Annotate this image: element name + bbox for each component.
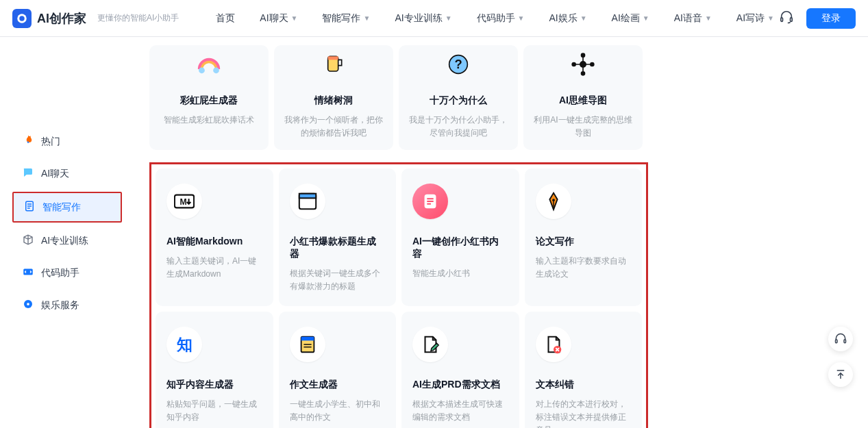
pen-nib-icon xyxy=(536,184,571,219)
nav-label: AI语音 xyxy=(674,12,702,25)
chevron-down-icon: ▼ xyxy=(705,14,712,22)
card-title: AI一键创作小红书内容 xyxy=(412,236,508,260)
nav-label: AI专业训练 xyxy=(395,12,442,25)
doc-error-icon xyxy=(536,327,571,362)
nav-label: 智能写作 xyxy=(322,12,360,25)
nav-entertain[interactable]: AI娱乐▼ xyxy=(549,12,586,25)
card-desc: 输入主题关键词，AI一键生成Markdown xyxy=(166,255,262,280)
fire-icon xyxy=(22,134,34,149)
nav-code-assist[interactable]: 代码助手▼ xyxy=(477,12,525,25)
login-button[interactable]: 登录 xyxy=(806,8,856,29)
sidebar-label: 热门 xyxy=(41,136,60,148)
card-emotion[interactable]: 情绪树洞 我将作为一个倾听者，把你的烦恼都告诉我吧 xyxy=(274,45,393,150)
card-prd[interactable]: AI生成PRD需求文档 根据文本描述生成可快速编辑的需求文档 xyxy=(401,312,519,428)
back-to-top-button[interactable] xyxy=(828,362,853,387)
card-zhihu[interactable]: 知 知乎内容生成器 粘贴知乎问题，一键生成知乎内容 xyxy=(156,312,273,428)
card-why[interactable]: ? 十万个为什么 我是十万个为什么小助手，尽管向我提问吧 xyxy=(399,45,518,150)
card-markdown[interactable]: M AI智能Markdown 输入主题关键词，AI一键生成Markdown xyxy=(156,168,273,306)
card-desc: 根据关键词一键生成多个有爆款潜力的标题 xyxy=(290,267,386,292)
card-title: 论文写作 xyxy=(536,236,632,248)
sidebar-item-entertain[interactable]: 娱乐服务 xyxy=(12,291,122,319)
card-desc: 粘贴知乎问题，一键生成知乎内容 xyxy=(166,398,262,423)
sidebar-item-writing[interactable]: 智能写作 xyxy=(12,192,122,223)
brand[interactable]: AI创作家 更懂你的智能AI小助手 xyxy=(12,9,179,28)
svg-rect-27 xyxy=(301,337,314,341)
code-icon xyxy=(22,266,34,280)
float-support-button[interactable] xyxy=(828,327,853,351)
chevron-down-icon: ▼ xyxy=(643,14,649,22)
svg-point-8 xyxy=(199,67,205,73)
card-essay[interactable]: 作文生成器 一键生成小学生、初中和高中的作文 xyxy=(279,312,397,428)
card-desc: 输入主题和字数要求自动生成论文 xyxy=(536,255,632,280)
sidebar-item-hot[interactable]: 热门 xyxy=(12,127,122,155)
svg-rect-29 xyxy=(836,340,838,343)
mindmap-icon xyxy=(567,48,599,81)
svg-point-1 xyxy=(19,16,25,21)
nav-label: AI聊天 xyxy=(260,12,288,25)
svg-point-7 xyxy=(27,303,29,305)
svg-point-24 xyxy=(552,199,555,201)
browser-window-icon xyxy=(290,184,325,219)
nav-home[interactable]: 首页 xyxy=(216,12,235,25)
nav-voice[interactable]: AI语音▼ xyxy=(674,12,712,25)
navbar: 首页 AI聊天▼ 智能写作▼ AI专业训练▼ 代码助手▼ AI娱乐▼ AI绘画▼… xyxy=(216,12,774,25)
nav-label: 代码助手 xyxy=(477,12,515,25)
card-xhs-title[interactable]: 小红书爆款标题生成器 根据关键词一键生成多个有爆款潜力的标题 xyxy=(279,168,397,306)
support-icon[interactable] xyxy=(779,10,794,27)
nav-label: AI绘画 xyxy=(612,12,640,25)
document-icon xyxy=(23,200,36,214)
cube-icon xyxy=(22,234,34,248)
card-title: 作文生成器 xyxy=(290,379,386,391)
chevron-down-icon: ▼ xyxy=(767,14,774,22)
chevron-down-icon: ▼ xyxy=(445,14,452,22)
svg-rect-22 xyxy=(299,194,315,199)
markdown-icon: M xyxy=(166,184,202,219)
card-title: 小红书爆款标题生成器 xyxy=(290,236,386,260)
writing-cards-grid: M AI智能Markdown 输入主题关键词，AI一键生成Markdown 小红… xyxy=(149,162,648,428)
cup-icon xyxy=(317,48,350,81)
nav-pro-train[interactable]: AI专业训练▼ xyxy=(395,12,451,25)
sidebar-label: 智能写作 xyxy=(42,201,81,214)
svg-rect-3 xyxy=(791,17,793,21)
svg-text:?: ? xyxy=(454,57,462,71)
chevron-down-icon: ▼ xyxy=(518,14,525,22)
card-thesis[interactable]: 论文写作 输入主题和字数要求自动生成论文 xyxy=(525,168,643,306)
card-desc: 智能生成彩虹屁吹捧话术 xyxy=(158,114,260,127)
brand-title: AI创作家 xyxy=(37,10,86,27)
card-title: 情绪树洞 xyxy=(282,95,385,107)
card-desc: 根据文本描述生成可快速编辑的需求文档 xyxy=(412,398,508,423)
brand-logo-icon xyxy=(12,9,32,28)
card-xhs-content[interactable]: AI一键创作小红书内容 智能生成小红书 xyxy=(401,168,519,306)
nav-ai-chat[interactable]: AI聊天▼ xyxy=(260,12,297,25)
sidebar-item-train[interactable]: AI专业训练 xyxy=(12,227,122,255)
card-rainbow[interactable]: 彩虹屁生成器 智能生成彩虹屁吹捧话术 xyxy=(149,45,269,150)
svg-point-18 xyxy=(591,63,594,66)
chevron-down-icon: ▼ xyxy=(363,14,370,22)
svg-point-17 xyxy=(572,63,575,66)
doc-edit-icon xyxy=(412,327,448,362)
sidebar-label: 代码助手 xyxy=(41,267,79,279)
svg-point-16 xyxy=(582,72,585,75)
card-title: 十万个为什么 xyxy=(407,95,510,107)
nav-label: 首页 xyxy=(216,12,235,25)
nav-paint[interactable]: AI绘画▼ xyxy=(612,12,649,25)
top-card-row: 彩虹屁生成器 智能生成彩虹屁吹捧话术 情绪树洞 我将作为一个倾听者，把你的烦恼都… xyxy=(149,45,643,150)
svg-point-15 xyxy=(582,53,585,57)
card-title: AI智能Markdown xyxy=(166,236,262,248)
svg-rect-2 xyxy=(781,17,783,21)
nav-smart-writing[interactable]: 智能写作▼ xyxy=(322,12,370,25)
sidebar-label: AI专业训练 xyxy=(41,235,88,247)
svg-point-14 xyxy=(580,62,586,67)
sidebar-label: AI聊天 xyxy=(41,168,69,180)
topbar-right: 登录 xyxy=(779,8,856,29)
card-proofread[interactable]: 文本纠错 对上传的文本进行校对，标注错误文本并提供修正意见 xyxy=(525,312,643,428)
sidebar-label: 娱乐服务 xyxy=(41,299,79,312)
svg-point-9 xyxy=(213,67,219,73)
nav-poem[interactable]: AI写诗▼ xyxy=(736,12,774,25)
card-mindmap[interactable]: AI思维导图 利用AI一键生成完整的思维导图 xyxy=(523,45,643,150)
floating-actions xyxy=(828,327,853,387)
card-title: 文本纠错 xyxy=(536,379,632,391)
card-desc: 对上传的文本进行校对，标注错误文本并提供修正意见 xyxy=(536,398,632,428)
sidebar-item-code[interactable]: 代码助手 xyxy=(12,259,122,287)
sidebar-item-chat[interactable]: AI聊天 xyxy=(12,160,122,188)
